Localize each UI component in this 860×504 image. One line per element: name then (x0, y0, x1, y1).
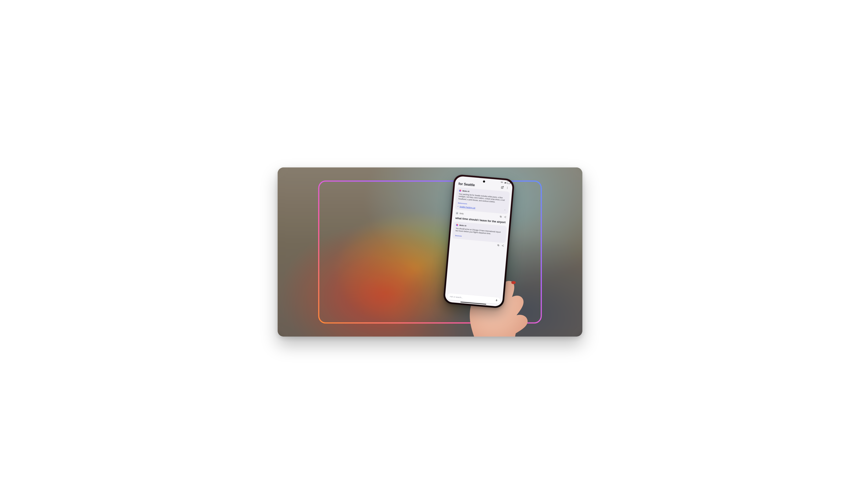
battery-icon (507, 182, 511, 184)
network-label: 5G (501, 181, 503, 183)
signal-icon (504, 182, 506, 183)
svg-point-5 (507, 188, 507, 189)
open-external-icon[interactable] (501, 186, 504, 189)
avatar (456, 212, 458, 214)
ai-card-airport: Moto AI You should arrive at Chicago O'H… (452, 222, 507, 243)
microphone-icon[interactable] (495, 299, 498, 302)
reference-link[interactable]: Seattle Packing List (459, 206, 475, 209)
svg-point-15 (502, 245, 502, 246)
phone-status-bar: 5G (501, 181, 510, 184)
user-name-label: Betty (459, 212, 464, 215)
search-placeholder: Ask or search... (450, 296, 463, 299)
more-icon[interactable] (506, 186, 509, 190)
share-icon[interactable] (501, 244, 504, 247)
svg-point-3 (507, 187, 508, 187)
promo-frame: 5G for Seattle (278, 167, 582, 337)
svg-point-4 (507, 188, 507, 188)
share-icon[interactable] (504, 216, 506, 219)
copy-icon[interactable] (499, 216, 502, 218)
svg-point-2 (511, 281, 516, 284)
moto-ai-icon (459, 189, 461, 192)
ai-card-packing: Moto AI Your packing list for Seattle in… (455, 187, 510, 214)
page-title: for Seattle (458, 182, 475, 187)
svg-point-10 (504, 217, 505, 217)
phone-camera-hole (483, 180, 485, 183)
chevron-up-icon[interactable]: ⌃ (504, 209, 506, 212)
ai-name-label: Moto AI (462, 190, 469, 193)
ai-name-label: Moto AI (459, 224, 466, 227)
phone: 5G for Seattle (443, 174, 515, 309)
moto-ai-icon (456, 224, 458, 226)
copy-icon[interactable] (497, 244, 500, 247)
svg-point-6 (457, 212, 458, 213)
